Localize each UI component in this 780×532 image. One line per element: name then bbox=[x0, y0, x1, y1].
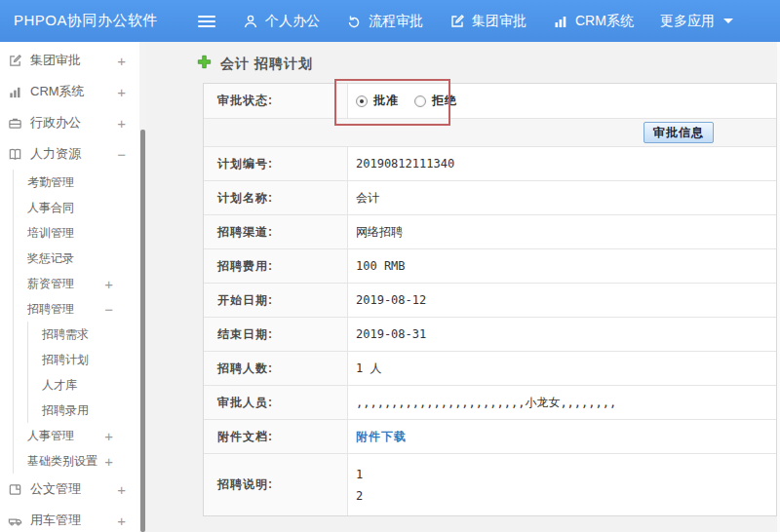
page-title-text: 会计 招聘计划 bbox=[220, 56, 313, 73]
form-row-headcount: 招聘人数: 1 人 bbox=[204, 352, 776, 386]
sidebar-item-attendance[interactable]: 考勤管理 bbox=[14, 170, 146, 195]
field-label: 招聘说明: bbox=[204, 454, 348, 515]
sidebar-item-label: 行政办公 bbox=[30, 114, 81, 132]
app-logo: PHPOA协同办公软件 bbox=[0, 12, 146, 30]
description-line: 2 bbox=[356, 489, 363, 503]
sidebar-item-document-mgmt[interactable]: 公文管理 + bbox=[0, 474, 146, 505]
field-value: 20190812111340 bbox=[348, 147, 776, 180]
form-row-end-date: 结束日期: 2019-08-31 bbox=[204, 318, 776, 352]
field-label: 结束日期: bbox=[204, 318, 348, 351]
sidebar-item-recruit-mgmt[interactable]: 招聘管理 − bbox=[14, 296, 146, 322]
sidebar-item-talent-pool[interactable]: 人才库 bbox=[28, 372, 146, 398]
nav-crm-system[interactable]: CRM系统 bbox=[553, 13, 634, 30]
sidebar-item-label: 公文管理 bbox=[30, 480, 81, 498]
field-label: 招聘人数: bbox=[204, 352, 348, 385]
sidebar-item-label: 薪资管理 bbox=[27, 276, 74, 292]
briefcase-icon bbox=[8, 116, 24, 131]
sidebar-item-recruit-hire[interactable]: 招聘录用 bbox=[28, 398, 146, 423]
nav-label: 个人办公 bbox=[265, 13, 320, 30]
sidebar-item-label: CRM系统 bbox=[30, 83, 85, 100]
sidebar-item-label: 基础类别设置 bbox=[27, 453, 98, 470]
nav-more-apps[interactable]: 更多应用 bbox=[660, 13, 733, 30]
sidebar-item-salary[interactable]: 薪资管理 + bbox=[14, 271, 146, 296]
edit-icon bbox=[8, 54, 24, 68]
expand-toggle[interactable]: + bbox=[117, 481, 126, 498]
attachment-download-link[interactable]: 附件下载 bbox=[356, 429, 407, 445]
field-value: 1 人 bbox=[348, 352, 776, 385]
field-label: 审批人员: bbox=[204, 386, 348, 419]
approve-info-button[interactable]: 审批信息 bbox=[644, 122, 714, 143]
expand-toggle[interactable]: + bbox=[117, 115, 126, 132]
nav-label: 集团审批 bbox=[472, 13, 526, 30]
document-icon bbox=[8, 482, 24, 497]
radio-reject[interactable]: 拒绝 bbox=[414, 93, 457, 109]
sidebar-item-vehicle-mgmt[interactable]: 用车管理 + bbox=[0, 505, 146, 532]
sidebar-item-label: 奖惩记录 bbox=[27, 250, 74, 267]
sidebar-item-training[interactable]: 培训管理 bbox=[14, 220, 146, 246]
form-toolbar-row: 审批信息 bbox=[204, 119, 776, 147]
hamburger-menu-icon[interactable] bbox=[198, 13, 215, 30]
recruit-plan-form: 审批状态: 批准 拒绝 审批信息 计划编号: 20190812111340 计划… bbox=[203, 83, 777, 516]
expand-toggle[interactable]: + bbox=[117, 84, 126, 100]
radio-unchecked-icon[interactable] bbox=[414, 95, 426, 107]
nav-personal-office[interactable]: 个人办公 bbox=[243, 13, 320, 30]
sidebar-item-label: 招聘录用 bbox=[42, 402, 89, 419]
sidebar-item-label: 人事合同 bbox=[27, 200, 74, 216]
sidebar-item-recruit-plan[interactable]: 招聘计划 bbox=[28, 347, 146, 372]
status-options: 批准 拒绝 bbox=[348, 84, 776, 118]
field-label: 招聘渠道: bbox=[204, 215, 348, 248]
sidebar-item-human-resources[interactable]: 人力资源 − bbox=[0, 138, 146, 170]
expand-toggle[interactable]: + bbox=[117, 513, 126, 529]
radio-checked-icon[interactable] bbox=[356, 95, 368, 107]
radio-approve[interactable]: 批准 bbox=[356, 93, 399, 109]
form-row-plan-name: 计划名称: 会计 bbox=[204, 181, 776, 215]
chart-icon bbox=[8, 85, 24, 99]
field-value: 100 RMB bbox=[348, 249, 776, 283]
expand-toggle[interactable]: + bbox=[104, 453, 113, 470]
edit-icon bbox=[449, 14, 465, 29]
nav-label: CRM系统 bbox=[575, 13, 634, 30]
sidebar-scrollbar-thumb[interactable] bbox=[140, 130, 145, 532]
sidebar-item-personnel-mgmt[interactable]: 人事管理 + bbox=[14, 423, 146, 448]
expand-toggle[interactable]: + bbox=[117, 53, 126, 69]
chart-icon bbox=[553, 14, 568, 29]
field-value: 2019-08-31 bbox=[348, 318, 776, 351]
form-row-description: 招聘说明: 1 2 bbox=[204, 454, 776, 515]
field-label: 附件文档: bbox=[204, 420, 348, 453]
form-row-start-date: 开始日期: 2019-08-12 bbox=[204, 284, 776, 318]
top-nav: 个人办公 流程审批 集团审批 CRM系统 bbox=[243, 13, 760, 30]
user-icon bbox=[243, 14, 258, 29]
field-label: 开始日期: bbox=[204, 284, 348, 317]
plus-icon bbox=[197, 55, 212, 73]
sidebar-item-label: 培训管理 bbox=[27, 225, 74, 242]
sidebar-item-label: 用车管理 bbox=[30, 512, 81, 529]
sidebar-scrollbar-track[interactable] bbox=[139, 42, 146, 532]
sidebar-item-admin-office[interactable]: 行政办公 + bbox=[0, 107, 146, 138]
sidebar-item-group-approval[interactable]: 集团审批 + bbox=[0, 45, 146, 76]
expand-toggle[interactable]: + bbox=[104, 276, 113, 292]
description-line: 1 bbox=[356, 468, 363, 481]
flow-icon bbox=[346, 14, 362, 29]
collapse-toggle[interactable]: − bbox=[117, 146, 126, 163]
recruit-submenu: 招聘需求 招聘计划 人才库 招聘录用 bbox=[27, 322, 146, 423]
page-title: 会计 招聘计划 bbox=[197, 55, 313, 73]
sidebar-item-hr-contract[interactable]: 人事合同 bbox=[14, 195, 146, 220]
sidebar-item-rewards[interactable]: 奖惩记录 bbox=[14, 246, 146, 271]
sidebar: 集团审批 + CRM系统 + 行政办公 + 人力资源 − 考勤管理 bbox=[0, 42, 146, 532]
expand-toggle[interactable]: + bbox=[104, 428, 113, 444]
nav-group-approval[interactable]: 集团审批 bbox=[449, 13, 526, 30]
car-icon bbox=[8, 513, 24, 528]
collapse-toggle[interactable]: − bbox=[104, 301, 113, 318]
hr-submenu: 考勤管理 人事合同 培训管理 奖惩记录 薪资管理 + 招聘管理 − 招聘需求 招… bbox=[13, 170, 146, 474]
field-label: 计划编号: bbox=[204, 147, 348, 180]
sidebar-item-label: 招聘需求 bbox=[42, 326, 89, 343]
sidebar-item-recruit-demand[interactable]: 招聘需求 bbox=[28, 322, 146, 347]
nav-process-approval[interactable]: 流程审批 bbox=[346, 13, 423, 30]
radio-label: 拒绝 bbox=[432, 93, 457, 109]
sidebar-item-base-category[interactable]: 基础类别设置 + bbox=[14, 448, 146, 474]
field-value: 会计 bbox=[348, 181, 776, 214]
field-label: 招聘费用: bbox=[204, 249, 348, 283]
sidebar-item-crm[interactable]: CRM系统 + bbox=[0, 76, 146, 107]
form-row-attachment: 附件文档: 附件下载 bbox=[204, 420, 776, 454]
form-row-status: 审批状态: 批准 拒绝 bbox=[204, 84, 776, 119]
